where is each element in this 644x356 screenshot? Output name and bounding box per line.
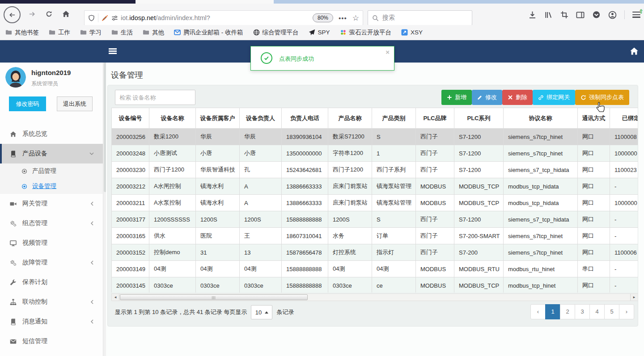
- sidebar-item-device-mgmt[interactable]: 设备管理: [0, 179, 103, 194]
- change-password-button[interactable]: 修改密码: [9, 96, 46, 111]
- table-row[interactable]: 200003165供水医院王18607310041水务订单西门子S7-200-S…: [112, 228, 639, 244]
- scrollbar-thumb[interactable]: [120, 294, 308, 300]
- url-bar[interactable]: iot.idosp.net/admin/index.html? 80% ••• …: [84, 10, 363, 25]
- bookmark-folder[interactable]: 生活: [111, 29, 133, 37]
- bookmark-item[interactable]: SPY: [309, 29, 330, 36]
- table-cell: 18607310041: [282, 228, 328, 244]
- horizontal-scrollbar[interactable]: ◂ ▸: [111, 293, 638, 301]
- screen: iot.idosp.net/admin/index.html? 80% ••• …: [0, 0, 644, 356]
- col-header: 设备所属客户: [196, 108, 240, 129]
- shield-icon[interactable]: [88, 15, 95, 21]
- browser-tab-inactive[interactable]: [136, 0, 274, 4]
- bookmark-star-icon[interactable]: ☆: [352, 13, 359, 23]
- page-actions-icon[interactable]: •••: [339, 14, 347, 22]
- sidebar-item-fault[interactable]: 故障管理: [0, 253, 103, 272]
- table-cell: 指示灯: [372, 244, 416, 261]
- table-cell: -: [610, 277, 639, 293]
- sidebar-toggle-icon[interactable]: [576, 11, 585, 19]
- next-page-button[interactable]: ›: [619, 304, 634, 319]
- sidebar-item-product-mgmt[interactable]: 产品管理: [0, 163, 103, 179]
- username: hignton2019: [31, 69, 71, 76]
- sidebar-item-partial[interactable]: [0, 351, 103, 356]
- summary-suffix: 条记录: [276, 308, 294, 316]
- sidebar-item-video[interactable]: 视频管理: [0, 233, 103, 253]
- table-cell: 华辰: [240, 129, 282, 145]
- table-row[interactable]: 2000031450303ce0303ce0303ce1588888888803…: [112, 277, 639, 293]
- back-button[interactable]: [4, 6, 21, 23]
- home-button[interactable]: [58, 6, 73, 21]
- table-cell: S7-1200: [454, 162, 504, 178]
- table-row[interactable]: 200003256数采1200华辰华辰18390936104数采S71200S西…: [112, 129, 639, 145]
- delete-button[interactable]: 删除: [502, 90, 533, 105]
- table-row[interactable]: 2000031771200SSSSSS1200S1200S15888888888…: [112, 211, 639, 228]
- link-icon: [538, 95, 544, 101]
- table-cell: 西门子: [416, 244, 454, 261]
- table-row[interactable]: 200003248小唐测试小唐小唐13500000000字符串12001西门子S…: [112, 145, 639, 162]
- page-button-5[interactable]: 5: [604, 304, 619, 319]
- scroll-left-button[interactable]: ◂: [112, 294, 119, 301]
- sidebar-item-sms[interactable]: 短信管理: [0, 331, 103, 351]
- bookmark-folder[interactable]: 工作: [49, 29, 70, 37]
- library-icon[interactable]: [544, 11, 553, 19]
- bind-gateway-button[interactable]: 绑定网关: [533, 90, 575, 105]
- sidebar-item-overview[interactable]: 系统总览: [0, 124, 103, 144]
- screenshot-icon[interactable]: [560, 11, 568, 19]
- sidebar-item-maintenance[interactable]: 保养计划: [0, 272, 103, 292]
- bookmark-item[interactable]: 腾讯企业邮箱 - 收件箱: [174, 29, 243, 37]
- table-cell: 1200S: [328, 211, 372, 228]
- sidebar-collapse-icon[interactable]: [109, 48, 117, 54]
- sidebar-item-gateway[interactable]: 网关管理: [0, 194, 103, 214]
- page-button-4[interactable]: 4: [589, 304, 605, 319]
- close-icon[interactable]: ×: [386, 48, 390, 56]
- page-button-3[interactable]: 3: [575, 304, 590, 319]
- prev-page-button[interactable]: ‹: [530, 304, 546, 319]
- device-search-input[interactable]: [115, 90, 195, 105]
- menu-icon[interactable]: ⇧: [632, 12, 640, 18]
- bookmark-folder[interactable]: 其他书签: [5, 29, 39, 37]
- browser-tab-active[interactable]: [0, 0, 136, 4]
- bookmark-item[interactable]: 综合管理平台: [253, 29, 299, 37]
- table-cell: 15243642681: [282, 162, 328, 178]
- logout-button[interactable]: 退出系统: [57, 96, 93, 111]
- blocked-content-icon[interactable]: [102, 15, 108, 21]
- account-icon[interactable]: [608, 11, 617, 19]
- table-cell: 13886663333: [282, 178, 328, 195]
- sidebar-item-product-device[interactable]: 产品设备: [0, 144, 103, 163]
- edit-button[interactable]: 修改: [472, 90, 502, 105]
- table-cell: 孔: [240, 162, 282, 178]
- table-row[interactable]: 200003212A水闸控制镇海水利A13886663333庶来门前泵站镇海泵站…: [112, 178, 639, 195]
- window-titlebar: [0, 0, 644, 4]
- table-cell: MODBUS_TCP: [454, 195, 504, 211]
- forward-button[interactable]: [24, 6, 39, 21]
- page-size-select[interactable]: 10: [251, 305, 272, 319]
- pocket-icon[interactable]: [592, 11, 601, 19]
- table-row[interactable]: 200003152控制demo311315878656478灯控系统指示灯西门子…: [112, 244, 639, 261]
- bookmark-item[interactable]: XSY: [401, 29, 423, 36]
- user-card: hignton2019 系统管理员 修改密码 退出系统: [0, 63, 103, 124]
- sidebar-scrollbar[interactable]: [103, 63, 106, 356]
- table-cell: 04测: [328, 261, 372, 277]
- reload-button[interactable]: [41, 6, 56, 21]
- add-button[interactable]: 新增: [441, 90, 472, 105]
- page-button-1[interactable]: 1: [545, 304, 560, 319]
- downloads-icon[interactable]: [528, 11, 537, 19]
- table-row[interactable]: 200003230西门子1200华辰智通科技孔15243642681西门子120…: [112, 162, 639, 178]
- sidebar-item-config[interactable]: 组态管理: [0, 214, 103, 233]
- bookmark-folder[interactable]: 学习: [80, 29, 102, 37]
- table-row[interactable]: 20000314904测04测04测1588888888804测04测MODBU…: [112, 261, 639, 277]
- scroll-right-button[interactable]: ▸: [630, 294, 638, 301]
- app-home-icon[interactable]: [630, 47, 639, 56]
- table-cell: MODBUS_RTU: [454, 261, 504, 277]
- sidebar-item-message[interactable]: 消息通知: [0, 312, 103, 331]
- table-row[interactable]: 200003211A水泵控制镇海水利A13886663333庶来门前泵站镇海泵站…: [112, 195, 639, 211]
- device-table: 设备编号 设备名称 设备所属客户 设备负责人 负责人电话 产品名称 产品类别 P…: [111, 108, 638, 293]
- page-button-2[interactable]: 2: [560, 304, 575, 319]
- permissions-icon[interactable]: [111, 15, 118, 21]
- bookmark-folder[interactable]: 其他: [143, 29, 164, 37]
- browser-search[interactable]: 搜索: [368, 10, 472, 25]
- folder-icon: [143, 29, 149, 36]
- zoom-level-badge[interactable]: 80%: [313, 13, 333, 22]
- bookmark-item[interactable]: 萤石云开放平台: [340, 29, 392, 37]
- sidebar-item-linkage[interactable]: 联动控制: [0, 292, 103, 312]
- table-cell: S: [372, 129, 416, 145]
